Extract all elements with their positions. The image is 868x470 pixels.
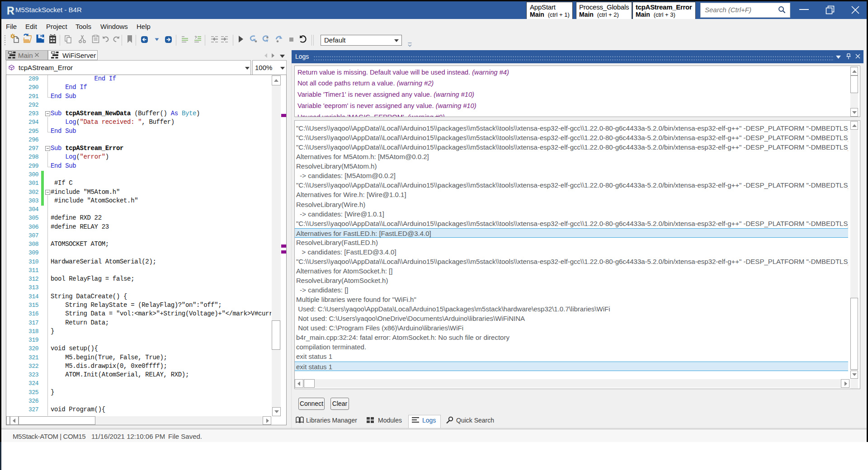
svg-text:R: R [7, 5, 14, 17]
